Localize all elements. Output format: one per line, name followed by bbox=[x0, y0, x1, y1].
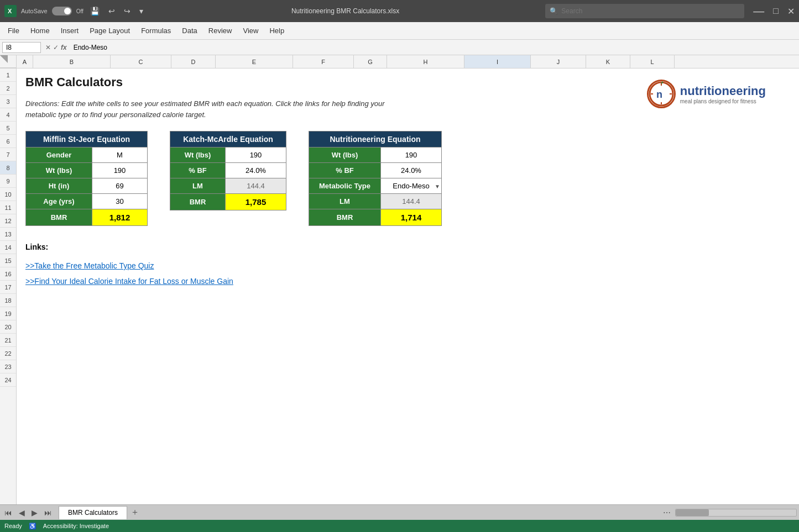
menu-insert[interactable]: Insert bbox=[55, 23, 85, 38]
row-24[interactable]: 24 bbox=[0, 373, 16, 387]
row-6[interactable]: 6 bbox=[0, 135, 16, 148]
tab-right: ⋯ bbox=[663, 508, 797, 517]
katch-row-wt: Wt (lbs) 190 bbox=[170, 148, 286, 163]
nutritioneering-label-wt: Wt (lbs) bbox=[309, 148, 381, 163]
row-14[interactable]: 14 bbox=[0, 241, 16, 254]
directions-text: Directions: Edit the white cells to see … bbox=[25, 98, 401, 120]
nutritioneering-value-bmr[interactable]: 1,714 bbox=[381, 209, 442, 226]
menu-formulas[interactable]: Formulas bbox=[135, 23, 176, 38]
row-17[interactable]: 17 bbox=[0, 281, 16, 294]
formula-input[interactable] bbox=[71, 43, 797, 52]
link-metabolic-quiz[interactable]: >>Take the Free Metabolic Type Quiz bbox=[25, 261, 790, 270]
autosave-toggle[interactable] bbox=[52, 7, 72, 15]
nutritioneering-value-wt[interactable]: 190 bbox=[381, 148, 442, 163]
more-sheets-icon[interactable]: ⋯ bbox=[663, 508, 671, 517]
confirm-formula-icon[interactable]: ✓ bbox=[53, 44, 59, 51]
row-5[interactable]: 5 bbox=[0, 122, 16, 135]
row-12[interactable]: 12 bbox=[0, 214, 16, 228]
katch-value-bf[interactable]: 24.0% bbox=[226, 163, 286, 178]
row-1[interactable]: 1 bbox=[0, 69, 16, 82]
nutritioneering-header: Nutritioneering Equation bbox=[309, 131, 442, 148]
menu-view[interactable]: View bbox=[237, 23, 264, 38]
mifflin-value-gender[interactable]: M bbox=[92, 148, 148, 163]
col-header-h[interactable]: H bbox=[387, 55, 464, 68]
row-16[interactable]: 16 bbox=[0, 267, 16, 281]
cell-reference[interactable] bbox=[2, 42, 41, 53]
save-icon[interactable]: 💾 bbox=[88, 6, 102, 17]
row-11[interactable]: 11 bbox=[0, 201, 16, 214]
logo-area: n nutritioneering meal plans designed fo… bbox=[647, 80, 766, 108]
row-15[interactable]: 15 bbox=[0, 254, 16, 267]
row-4[interactable]: 4 bbox=[0, 108, 16, 122]
dropdown-arrow-icon[interactable]: ▼ bbox=[435, 183, 440, 189]
restore-button[interactable]: □ bbox=[773, 6, 779, 16]
nutritioneering-value-metabolic[interactable]: Endo-Meso ▼ bbox=[381, 178, 442, 194]
row-10[interactable]: 10 bbox=[0, 188, 16, 201]
close-button[interactable]: ✕ bbox=[787, 6, 795, 17]
menu-file[interactable]: File bbox=[2, 23, 25, 38]
row-8[interactable]: 8 bbox=[0, 161, 16, 175]
insert-function-icon[interactable]: fx bbox=[61, 44, 67, 51]
nutritioneering-value-bf[interactable]: 24.0% bbox=[381, 163, 442, 178]
row-2[interactable]: 2 bbox=[0, 82, 16, 95]
nutritioneering-label-bf: % BF bbox=[309, 163, 381, 178]
redo-icon[interactable]: ↪ bbox=[122, 6, 133, 17]
formula-icons: ✕ ✓ fx bbox=[43, 44, 69, 51]
col-header-e[interactable]: E bbox=[216, 55, 293, 68]
row-7[interactable]: 7 bbox=[0, 148, 16, 161]
cancel-formula-icon[interactable]: ✕ bbox=[45, 44, 51, 51]
logo-brand: nutritioneering bbox=[680, 84, 766, 98]
horizontal-scrollbar[interactable] bbox=[675, 509, 797, 517]
metabolic-type-value: Endo-Meso bbox=[393, 182, 429, 190]
col-header-i[interactable]: I bbox=[464, 55, 531, 68]
accessibility-text[interactable]: Accessibility: Investigate bbox=[43, 523, 109, 529]
row-22[interactable]: 22 bbox=[0, 347, 16, 360]
minimize-button[interactable]: — bbox=[753, 5, 764, 18]
toggle-knob bbox=[64, 8, 71, 14]
row-3[interactable]: 3 bbox=[0, 95, 16, 108]
col-header-j[interactable]: J bbox=[531, 55, 586, 68]
prev-sheet-btn[interactable]: ◀ bbox=[17, 507, 27, 518]
col-header-c[interactable]: C bbox=[111, 55, 171, 68]
file-title: Nutritioneering BMR Calculators.xlsx bbox=[150, 7, 541, 15]
menu-home[interactable]: Home bbox=[25, 23, 55, 38]
menu-page-layout[interactable]: Page Layout bbox=[84, 23, 135, 38]
col-header-a[interactable]: A bbox=[17, 55, 33, 68]
add-sheet-button[interactable]: ＋ bbox=[127, 505, 143, 519]
katch-label-wt: Wt (lbs) bbox=[170, 148, 226, 163]
mifflin-value-bmr[interactable]: 1,812 bbox=[92, 209, 148, 226]
mifflin-value-age[interactable]: 30 bbox=[92, 194, 148, 209]
sheet-tab-bmr[interactable]: BMR Calculators bbox=[59, 506, 127, 519]
mifflin-row-age: Age (yrs) 30 bbox=[26, 194, 148, 209]
katch-label-bf: % BF bbox=[170, 163, 226, 178]
search-input[interactable] bbox=[561, 7, 740, 15]
first-sheet-btn[interactable]: ⏮ bbox=[2, 507, 14, 518]
row-23[interactable]: 23 bbox=[0, 360, 16, 373]
row-13[interactable]: 13 bbox=[0, 228, 16, 241]
row-20[interactable]: 20 bbox=[0, 320, 16, 334]
link-calorie-intake[interactable]: >>Find Your Ideal Calorie Intake for Fat… bbox=[25, 277, 790, 286]
col-header-g[interactable]: G bbox=[354, 55, 387, 68]
mifflin-row-gender: Gender M bbox=[26, 148, 148, 163]
row-18[interactable]: 18 bbox=[0, 294, 16, 307]
last-sheet-btn[interactable]: ⏭ bbox=[42, 507, 54, 518]
katch-value-wt[interactable]: 190 bbox=[226, 148, 286, 163]
col-header-b[interactable]: B bbox=[33, 55, 111, 68]
row-21[interactable]: 21 bbox=[0, 334, 16, 347]
katch-value-bmr[interactable]: 1,785 bbox=[226, 194, 286, 210]
mifflin-value-wt[interactable]: 190 bbox=[92, 163, 148, 178]
mifflin-value-ht[interactable]: 69 bbox=[92, 178, 148, 194]
menu-review[interactable]: Review bbox=[203, 23, 238, 38]
undo-icon[interactable]: ↩ bbox=[106, 6, 117, 17]
menu-data[interactable]: Data bbox=[176, 23, 202, 38]
nutritioneering-row-bmr: BMR 1,714 bbox=[309, 209, 442, 226]
col-header-l[interactable]: L bbox=[630, 55, 675, 68]
row-19[interactable]: 19 bbox=[0, 307, 16, 320]
col-header-f[interactable]: F bbox=[293, 55, 354, 68]
col-header-d[interactable]: D bbox=[171, 55, 216, 68]
customize-icon[interactable]: ▾ bbox=[137, 6, 145, 17]
menu-help[interactable]: Help bbox=[264, 23, 290, 38]
col-header-k[interactable]: K bbox=[586, 55, 630, 68]
next-sheet-btn[interactable]: ▶ bbox=[29, 507, 40, 518]
row-9[interactable]: 9 bbox=[0, 175, 16, 188]
